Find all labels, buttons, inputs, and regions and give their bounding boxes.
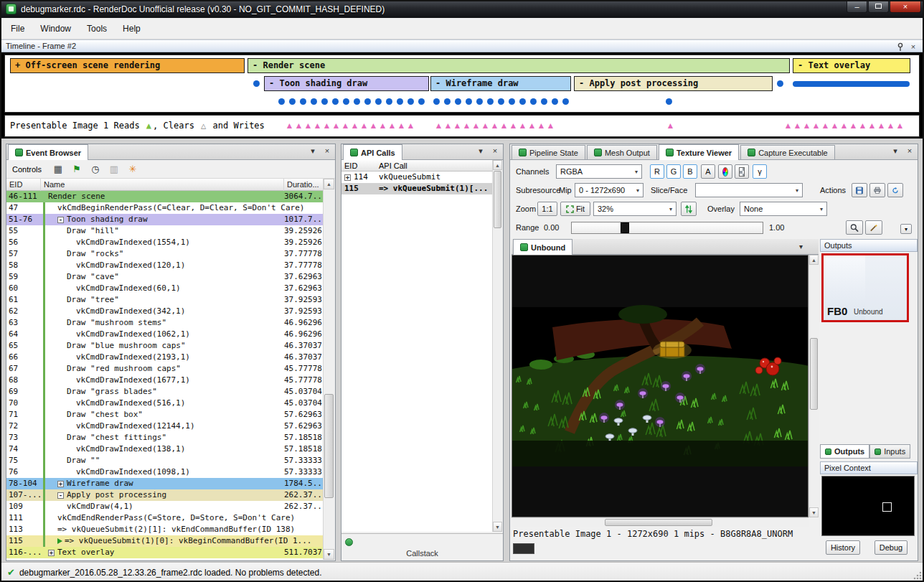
clock-icon[interactable]: ◷ [88, 162, 103, 177]
color-wheel-button[interactable] [718, 164, 732, 179]
expander-icon[interactable]: + [57, 481, 64, 487]
event-row-47[interactable]: 47vkCmdBeginRenderPass(C=Clear, D=Clear,… [6, 202, 323, 214]
debug-button[interactable]: Debug [874, 540, 908, 555]
menu-help[interactable]: Help [115, 20, 148, 37]
tab-event-browser[interactable]: Event Browser [8, 144, 88, 160]
event-row-111[interactable]: 111vkCmdEndRenderPass(C=Store, D=Store, … [6, 512, 323, 524]
menu-window[interactable]: Window [32, 20, 79, 37]
event-row-68[interactable]: 68vkCmdDrawIndexed(1677,1)45.77778 [6, 375, 323, 386]
green-channel-toggle[interactable]: G [666, 164, 681, 179]
dock-menu-icon[interactable]: ▾ [890, 146, 900, 156]
close-icon[interactable]: × [905, 146, 915, 156]
close-icon[interactable]: × [322, 146, 332, 156]
event-row-46-111[interactable]: 46-111Render scene3064.7... [6, 191, 323, 202]
event-row-78-104[interactable]: 78-104+Wireframe draw1784.5... [6, 478, 323, 489]
range-slider[interactable] [571, 222, 763, 234]
event-row-55[interactable]: 55Draw "hill"39.25926 [6, 225, 323, 237]
event-row-57[interactable]: 57Draw "rocks"37.77778 [6, 248, 323, 260]
scrollbar-thumb[interactable] [494, 171, 501, 228]
zoom-combo[interactable]: 32% ▾ [593, 202, 676, 216]
event-row-113[interactable]: 113=> vkQueueSubmit(2)[1]: vkEndCommandB… [6, 524, 323, 535]
texture-canvas[interactable] [512, 255, 808, 517]
event-row-59[interactable]: 59Draw "cave"37.62963 [6, 271, 323, 283]
event-row-116-...[interactable]: 116-...+Text overlay511.7037 [6, 547, 323, 558]
timeline-lanes[interactable]: + Off-screen scene rendering - Render sc… [4, 55, 920, 113]
scrollbar-thumb[interactable] [324, 394, 334, 498]
range-slider-handle[interactable] [621, 222, 629, 233]
texture-tab-unbound[interactable]: Unbound [513, 239, 572, 255]
close-icon[interactable]: × [908, 42, 918, 52]
timeline-bar-postprocess[interactable]: - Apply post processing [574, 76, 773, 91]
tab-outputs[interactable]: Outputs [820, 444, 869, 459]
tab-api-calls[interactable]: API Calls [343, 144, 402, 160]
scroll-down-icon[interactable]: ▼ [324, 549, 334, 560]
texture-list-icon[interactable]: ▾ [799, 243, 803, 250]
api-call-row-114[interactable]: +114vkQueueSubmit [341, 172, 492, 183]
event-row-56[interactable]: 56vkCmdDrawIndexed(1554,1)39.25926 [6, 237, 323, 248]
expander-icon[interactable]: + [344, 174, 351, 181]
mip-combo[interactable]: 0 - 1272x690 ▾ [575, 183, 644, 197]
timeline-bar-text-overlay[interactable]: - Text overlay [793, 58, 910, 73]
timeline-panel[interactable]: + Off-screen scene rendering - Render sc… [0, 52, 924, 139]
scroll-down-icon[interactable]: ▼ [809, 507, 819, 517]
alpha-channel-toggle[interactable]: A [701, 164, 715, 179]
api-calls-columns[interactable]: EID API Call [341, 160, 492, 172]
event-row-51-76[interactable]: 51-76-Toon shading draw1017.7... [6, 214, 323, 225]
api-calls-scrollbar[interactable]: ▲ ▼ [492, 160, 502, 532]
grid-icon[interactable]: ▦ [50, 162, 66, 177]
pixel-context-view[interactable] [821, 476, 915, 536]
texture-vscrollbar[interactable]: ▲ ▼ [808, 255, 819, 517]
settings-star-icon[interactable]: ✳ [125, 162, 141, 177]
event-row-75[interactable]: 75Draw ""57.33333 [6, 455, 323, 466]
save-button[interactable] [852, 183, 867, 197]
event-row-70[interactable]: 70vkCmdDrawIndexed(516,1)45.03704 [6, 398, 323, 409]
scroll-up-icon[interactable]: ▲ [493, 160, 502, 170]
toolbar-overflow-button[interactable]: ▾ [900, 224, 912, 234]
event-row-72[interactable]: 72vkCmdDrawIndexed(12144,1)57.62963 [6, 421, 323, 432]
event-browser-columns[interactable]: EID Name Duratio... [6, 179, 323, 191]
event-row-61[interactable]: 61Draw "tree"37.92593 [6, 294, 323, 306]
scroll-down-icon[interactable]: ▼ [493, 522, 502, 532]
scrollbar-thumb[interactable] [605, 519, 712, 526]
expander-icon[interactable]: + [48, 550, 55, 556]
refresh-button[interactable] [887, 183, 903, 197]
event-row-76[interactable]: 76vkCmdDrawIndexed(1098,1)57.33333 [6, 466, 323, 478]
history-button[interactable]: History [826, 540, 860, 555]
texture-hscrollbar[interactable] [512, 517, 808, 527]
event-row-62[interactable]: 62vkCmdDrawIndexed(342,1)37.92593 [6, 306, 323, 317]
alpha-background-button[interactable] [735, 164, 749, 179]
event-row-69[interactable]: 69Draw "grass blades"45.03704 [6, 386, 323, 398]
close-button[interactable]: × [890, 0, 921, 13]
scroll-up-icon[interactable]: ▲ [324, 179, 334, 189]
pin-icon[interactable] [895, 42, 905, 52]
slice-face-combo[interactable]: ▾ [695, 183, 803, 197]
channels-combo[interactable]: RGBA ▾ [556, 164, 642, 179]
event-row-107-...[interactable]: 107-...-Apply post processing262.37... [6, 489, 323, 501]
scroll-up-icon[interactable]: ▲ [809, 255, 819, 265]
maximize-button[interactable] [868, 0, 889, 13]
timeline-usage-strip[interactable]: Presentable Image 1 Reads ▲, Clears △ an… [4, 115, 920, 137]
dock-menu-icon[interactable]: ▾ [476, 146, 486, 156]
event-row-71[interactable]: 71Draw "chest box"57.62963 [6, 409, 323, 421]
tab-inputs[interactable]: Inputs [869, 444, 910, 459]
minimize-button[interactable]: – [847, 0, 867, 13]
gamma-toggle[interactable]: γ [753, 164, 767, 179]
timeline-bar-toon[interactable]: - Toon shading draw [264, 76, 429, 91]
autofit-button[interactable] [865, 220, 882, 235]
event-row-65[interactable]: 65Draw "blue mushroom caps"46.37037 [6, 340, 323, 352]
menu-tools[interactable]: Tools [79, 20, 115, 37]
export-button[interactable] [869, 183, 885, 197]
event-row-73[interactable]: 73Draw "chest fittings"57.18518 [6, 432, 323, 443]
event-row-115[interactable]: 115=> vkQueueSubmit(1)[0]: vkBeginComman… [6, 535, 323, 547]
timeline-bar-wireframe[interactable]: - Wireframe draw [430, 76, 571, 91]
blue-channel-toggle[interactable]: B [683, 164, 697, 179]
event-row-67[interactable]: 67Draw "red mushroom caps"45.77778 [6, 363, 323, 375]
expander-icon[interactable]: - [57, 492, 64, 499]
zoom-1-1-button[interactable]: 1:1 [537, 202, 557, 216]
tab-texture-viewer[interactable]: Texture Viewer [659, 144, 739, 160]
event-row-109[interactable]: 109vkCmdDraw(4,1)262.37... [6, 501, 323, 512]
timeline-bar-render-scene[interactable]: - Render scene [248, 58, 790, 73]
stats-icon[interactable]: ▥ [106, 162, 122, 177]
event-row-60[interactable]: 60vkCmdDrawIndexed(60,1)37.62963 [6, 283, 323, 294]
timeline-bar-offscreen[interactable]: + Off-screen scene rendering [10, 58, 245, 73]
